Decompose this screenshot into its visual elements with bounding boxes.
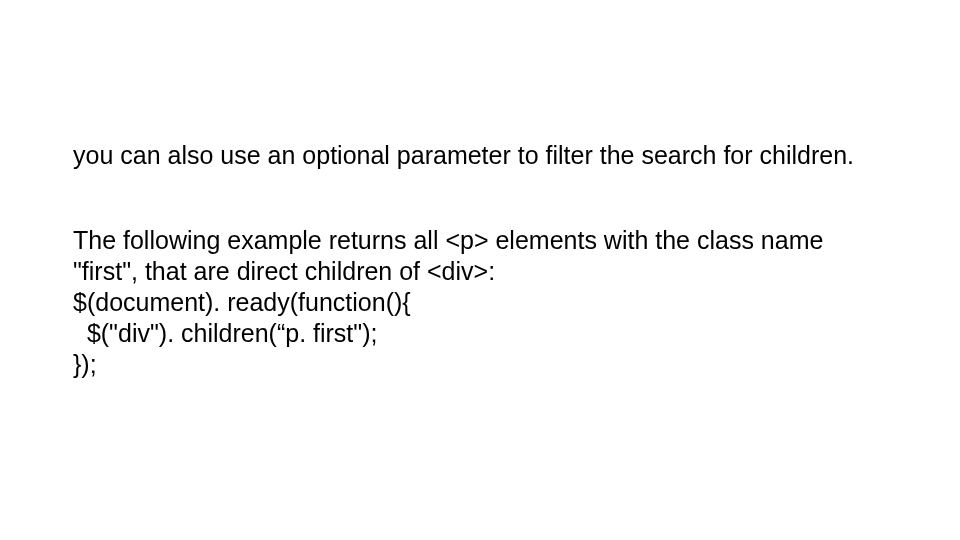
code-line-1: $(document). ready(function(){ [73,287,893,317]
intro-text: you can also use an optional parameter t… [73,140,893,170]
code-line-3: }); [73,349,893,379]
example-desc-line1: The following example returns all <p> el… [73,225,893,255]
example-desc-line2: "first", that are direct children of <di… [73,256,893,286]
slide: you can also use an optional parameter t… [0,0,960,540]
code-line-2: $("div"). children(“p. first"); [73,318,893,348]
